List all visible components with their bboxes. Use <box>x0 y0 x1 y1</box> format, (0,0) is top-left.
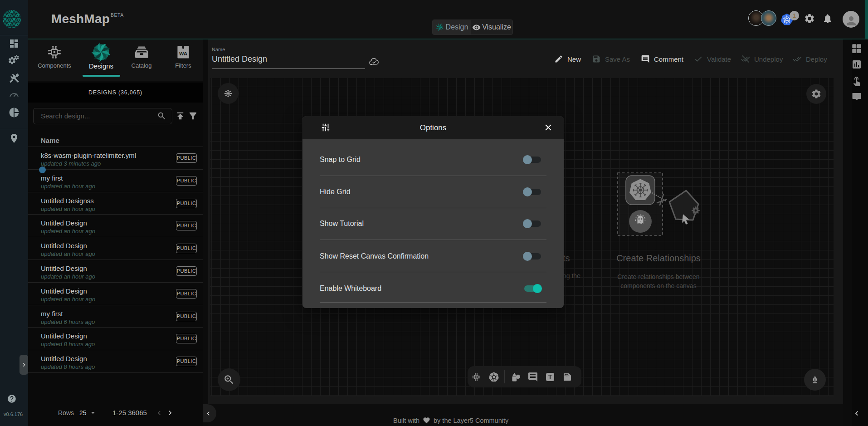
svg-text:WA: WA <box>179 51 187 56</box>
